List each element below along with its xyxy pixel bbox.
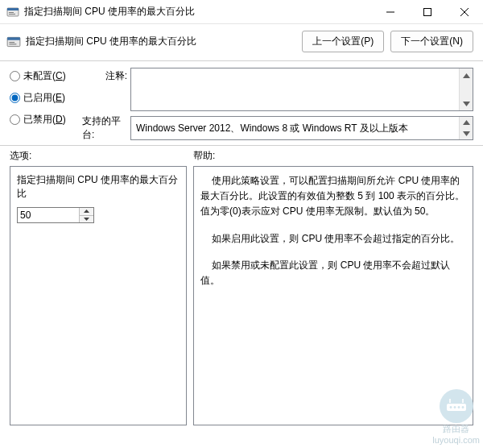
policy-icon <box>6 35 21 49</box>
config-section: 未配置(C) 已启用(E) 已禁用(D) 注释: 支持的平台: Windows … <box>0 61 483 145</box>
svg-point-12 <box>457 406 460 409</box>
supported-scrollbar[interactable] <box>459 117 473 139</box>
radio-disabled[interactable]: 已禁用(D) <box>10 113 82 127</box>
svg-rect-6 <box>7 37 20 39</box>
header-row: 指定扫描期间 CPU 使用率的最大百分比 上一个设置(P) 下一个设置(N) <box>0 24 483 60</box>
svg-rect-1 <box>7 8 19 10</box>
watermark-text-2: luyouqi.com <box>432 435 480 445</box>
radio-disabled-input[interactable] <box>10 114 20 125</box>
window-title: 指定扫描期间 CPU 使用率的最大百分比 <box>24 5 372 19</box>
maximize-button[interactable] <box>409 0 446 24</box>
supported-label: 支持的平台: <box>82 114 130 139</box>
spinner-buttons <box>79 208 93 222</box>
svg-point-10 <box>449 406 452 409</box>
next-setting-button[interactable]: 下一个设置(N) <box>390 31 473 52</box>
radio-disabled-label: 已禁用(D) <box>23 113 66 127</box>
option-field-label: 指定扫描期间 CPU 使用率的最大百分比 <box>17 173 180 201</box>
comment-label: 注释: <box>82 69 130 114</box>
watermark-icon <box>440 389 473 423</box>
scroll-down-icon[interactable] <box>460 128 473 139</box>
svg-rect-3 <box>9 14 15 15</box>
close-button[interactable] <box>446 0 483 24</box>
options-heading: 选项: <box>10 149 193 163</box>
svg-rect-8 <box>9 44 16 44</box>
title-bar: 指定扫描期间 CPU 使用率的最大百分比 <box>0 0 483 24</box>
svg-point-13 <box>461 406 464 409</box>
radio-enabled-label: 已启用(E) <box>23 91 65 105</box>
svg-rect-2 <box>9 12 14 13</box>
scroll-up-icon[interactable] <box>460 117 473 128</box>
cpu-percent-spinner[interactable] <box>17 207 94 223</box>
help-panel: 使用此策略设置，可以配置扫描期间所允许 CPU 使用率的最大百分比。此设置的有效… <box>193 166 473 425</box>
window-controls <box>372 0 483 23</box>
nav-buttons: 上一个设置(P) 下一个设置(N) <box>302 31 473 52</box>
comment-textarea[interactable] <box>130 68 473 111</box>
previous-setting-button[interactable]: 上一个设置(P) <box>302 31 384 52</box>
supported-on-text: Windows Server 2012、Windows 8 或 Windows … <box>136 122 408 134</box>
options-panel: 指定扫描期间 CPU 使用率的最大百分比 <box>10 166 187 425</box>
help-paragraph-3: 如果禁用或未配置此设置，则 CPU 使用率不会超过默认值。 <box>200 258 466 288</box>
radio-enabled-input[interactable] <box>10 93 20 103</box>
svg-point-11 <box>453 406 456 409</box>
field-boxes-column: Windows Server 2012、Windows 8 或 Windows … <box>130 68 473 140</box>
policy-name: 指定扫描期间 CPU 使用率的最大百分比 <box>26 35 302 48</box>
radio-group: 未配置(C) 已启用(E) 已禁用(D) <box>10 68 82 140</box>
spinner-up-button[interactable] <box>80 208 93 216</box>
policy-icon <box>6 6 19 19</box>
supported-on-box: Windows Server 2012、Windows 8 或 Windows … <box>130 116 473 140</box>
help-heading: 帮助: <box>193 149 473 163</box>
help-paragraph-1: 使用此策略设置，可以配置扫描期间所允许 CPU 使用率的最大百分比。此设置的有效… <box>200 173 466 220</box>
comment-scrollbar[interactable] <box>459 68 473 110</box>
scroll-up-icon[interactable] <box>460 68 473 82</box>
help-paragraph-2: 如果启用此设置，则 CPU 使用率不会超过指定的百分比。 <box>200 231 466 247</box>
watermark-text-1: 路由器 <box>443 423 469 435</box>
svg-rect-4 <box>424 9 431 16</box>
radio-not-configured-input[interactable] <box>10 71 20 81</box>
section-labels: 选项: 帮助: <box>0 146 483 166</box>
field-labels-column: 注释: 支持的平台: <box>82 68 130 140</box>
svg-rect-7 <box>9 42 14 43</box>
spinner-down-button[interactable] <box>80 216 93 223</box>
radio-enabled[interactable]: 已启用(E) <box>10 91 82 105</box>
watermark: 路由器 luyouqi.com <box>432 389 480 445</box>
radio-not-configured[interactable]: 未配置(C) <box>10 69 82 83</box>
scroll-down-icon[interactable] <box>460 97 473 110</box>
panels: 指定扫描期间 CPU 使用率的最大百分比 使用此策略设置，可以配置扫描期间所允许… <box>0 166 483 432</box>
cpu-percent-input[interactable] <box>18 208 79 222</box>
minimize-button[interactable] <box>372 0 409 24</box>
radio-not-configured-label: 未配置(C) <box>23 69 66 83</box>
